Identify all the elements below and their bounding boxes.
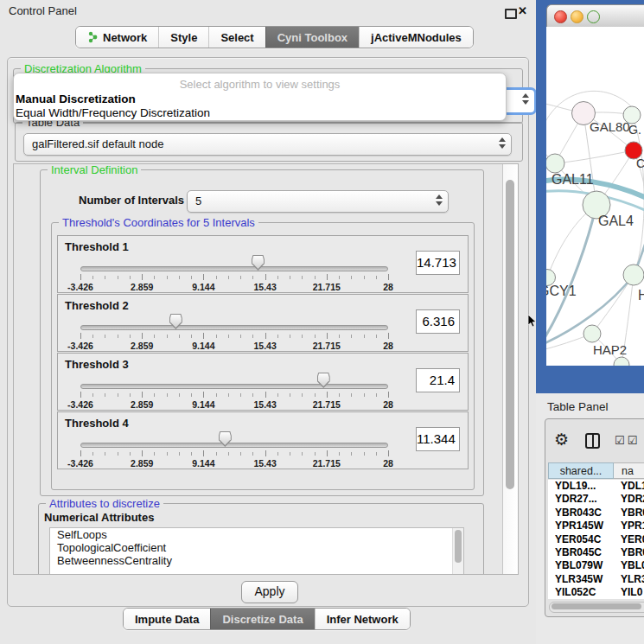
maximize-traffic-light-icon[interactable] bbox=[587, 10, 600, 23]
tab-label: Network bbox=[103, 31, 147, 44]
slider-track[interactable] bbox=[80, 266, 388, 271]
attributes-list[interactable]: SelfLoopsTopologicalCoefficientBetweenne… bbox=[49, 527, 464, 575]
tab-style[interactable]: Style bbox=[158, 27, 208, 48]
table-data-combo[interactable]: galFiltered.sif default node bbox=[23, 133, 512, 156]
tab-network[interactable]: Network bbox=[76, 27, 158, 48]
threshold-slider[interactable]: -3.4262.8599.14415.4321.71528 bbox=[80, 314, 388, 350]
algorithm-option-equal-width-frequency-discretization[interactable]: Equal Width/Frequency Discretization bbox=[16, 106, 210, 119]
cell-shared-name[interactable]: YDL19... bbox=[548, 480, 614, 493]
column-header-name[interactable]: na bbox=[614, 462, 644, 479]
settings-vertical-scrollbar[interactable] bbox=[502, 164, 518, 574]
threshold-value-field[interactable]: 11.344 bbox=[416, 427, 460, 451]
node-label-gal11: GAL11 bbox=[552, 172, 594, 187]
table-row[interactable]: YDR27...YDR2 bbox=[548, 493, 644, 506]
slider-tick-labels: -3.4262.8599.14415.4321.71528 bbox=[80, 458, 388, 469]
mouse-cursor bbox=[528, 315, 538, 328]
table-row[interactable]: YDL19...YDL1 bbox=[548, 480, 644, 493]
network-edge[interactable] bbox=[555, 150, 634, 163]
network-canvas[interactable]: GAL80G.CGAL11GAL4GCY1HHAP2 bbox=[546, 27, 644, 366]
attribute-item-betweennesscentrality[interactable]: BetweennessCentrality bbox=[50, 554, 463, 567]
scrollbar-thumb[interactable] bbox=[506, 180, 514, 489]
control-panel: Control Panel ✕ NetworkStyleSelectCyni T… bbox=[0, 0, 534, 644]
cell-shared-name[interactable]: YIL052C bbox=[548, 586, 614, 599]
num-intervals-combo[interactable]: 5 bbox=[187, 190, 449, 213]
scrollbar-thumb[interactable] bbox=[552, 603, 641, 609]
slider-track[interactable] bbox=[80, 325, 388, 330]
network-node[interactable] bbox=[623, 265, 644, 285]
attribute-item-selfloops[interactable]: SelfLoops bbox=[50, 528, 463, 541]
threshold-label: Threshold 2 bbox=[65, 299, 129, 312]
cell-name[interactable]: YBR0 bbox=[614, 507, 644, 520]
tab-label: jActiveMNodules bbox=[371, 31, 462, 44]
threshold-value-field[interactable]: 14.713 bbox=[416, 251, 460, 275]
cell-shared-name[interactable]: YBR043C bbox=[548, 507, 614, 520]
attributes-list-scrollbar[interactable] bbox=[452, 528, 463, 575]
table-row[interactable]: YBR045CYBR0 bbox=[548, 546, 644, 559]
threshold-slider[interactable]: -3.4262.8599.14415.4321.71528 bbox=[80, 255, 388, 291]
cell-shared-name[interactable]: YBL079W bbox=[548, 559, 614, 572]
apply-button[interactable]: Apply bbox=[241, 581, 298, 603]
threshold-value-field[interactable]: 6.316 bbox=[416, 309, 460, 334]
tab-impute-data[interactable]: Impute Data bbox=[124, 609, 210, 629]
table-row[interactable]: YER054CYER0 bbox=[548, 533, 644, 546]
checkbox-icons[interactable]: ☑☑ bbox=[615, 434, 640, 447]
cell-name[interactable]: YBL0 bbox=[614, 559, 644, 572]
cell-shared-name[interactable]: YDR27... bbox=[548, 493, 614, 506]
table-horizontal-scrollbar[interactable] bbox=[549, 602, 644, 613]
cell-shared-name[interactable]: YLR345W bbox=[548, 573, 614, 586]
interval-definition-group: Interval Definition Number of Intervals … bbox=[40, 169, 484, 496]
cell-name[interactable]: YPR1 bbox=[614, 520, 644, 532]
tab-label: Discretize Data bbox=[222, 613, 303, 626]
num-intervals-value: 5 bbox=[195, 194, 201, 207]
cell-name[interactable]: YDR2 bbox=[614, 493, 644, 506]
minimize-traffic-light-icon[interactable] bbox=[571, 10, 583, 23]
close-traffic-light-icon[interactable] bbox=[554, 10, 567, 23]
cell-name[interactable]: YLR3 bbox=[614, 573, 644, 586]
table-row[interactable]: YPR145WYPR1 bbox=[548, 520, 644, 532]
slider-tick-labels: -3.4262.8599.14415.4321.71528 bbox=[80, 341, 388, 351]
tab-discretize-data[interactable]: Discretize Data bbox=[210, 609, 314, 629]
attributes-group: Attributes to discretize Numerical Attri… bbox=[38, 503, 484, 575]
cell-shared-name[interactable]: YBR045C bbox=[548, 546, 614, 559]
tab-jactivemnodules[interactable]: jActiveMNodules bbox=[359, 27, 473, 48]
table-panel-title: Table Panel bbox=[547, 400, 609, 413]
network-node[interactable] bbox=[546, 154, 564, 173]
algorithm-option-manual-discretization[interactable]: Manual Discretization bbox=[16, 92, 136, 105]
table-row[interactable]: YBL079WYBL0 bbox=[548, 559, 644, 572]
node-label-h: H bbox=[638, 288, 644, 303]
threshold-label: Threshold 4 bbox=[65, 417, 129, 430]
tab-select[interactable]: Select bbox=[208, 27, 265, 48]
table-row[interactable]: YBR043CYBR0 bbox=[548, 507, 644, 520]
network-window-titlebar[interactable] bbox=[546, 4, 644, 29]
table-row[interactable]: YLR345WYLR3 bbox=[548, 573, 644, 586]
network-window-frame: GAL80G.CGAL11GAL4GCY1HHAP2 bbox=[536, 0, 644, 393]
threshold-slider[interactable]: -3.4262.8599.14415.4321.71528 bbox=[80, 431, 388, 468]
threshold-label: Threshold 3 bbox=[65, 358, 129, 371]
cell-shared-name[interactable]: YPR145W bbox=[548, 520, 614, 532]
threshold-value-field[interactable]: 21.4 bbox=[416, 368, 460, 392]
table-data-group: Table Data galFiltered.sif default node bbox=[15, 122, 523, 162]
slider-track[interactable] bbox=[80, 384, 388, 389]
slider-ticks bbox=[80, 333, 388, 340]
cell-name[interactable]: YIL0 bbox=[614, 586, 644, 599]
tab-infer-network[interactable]: Infer Network bbox=[315, 609, 410, 629]
column-split-icon[interactable] bbox=[585, 433, 600, 449]
cell-name[interactable]: YBR0 bbox=[614, 546, 644, 559]
threshold-panel-4: Threshold 4-3.4262.8599.14415.4321.71528… bbox=[57, 411, 469, 469]
table-row[interactable]: YIL052CYIL0 bbox=[548, 586, 644, 599]
gear-icon[interactable]: ⚙ bbox=[554, 431, 569, 448]
network-node[interactable] bbox=[583, 325, 601, 342]
float-window-icon[interactable] bbox=[505, 9, 517, 19]
attribute-item-topologicalcoefficient[interactable]: TopologicalCoefficient bbox=[50, 541, 463, 554]
node-label-hap2: HAP2 bbox=[593, 342, 627, 357]
tab-label: Infer Network bbox=[327, 613, 399, 626]
slider-ticks bbox=[80, 274, 388, 281]
threshold-slider[interactable]: -3.4262.8599.14415.4321.71528 bbox=[80, 373, 388, 409]
cell-shared-name[interactable]: YER054C bbox=[548, 533, 614, 546]
cell-name[interactable]: YER0 bbox=[614, 533, 644, 546]
column-header-shared-name[interactable]: shared... bbox=[548, 462, 614, 479]
tab-cyni-toolbox[interactable]: Cyni Toolbox bbox=[265, 27, 359, 48]
cell-name[interactable]: YDL1 bbox=[614, 480, 644, 493]
close-icon[interactable]: ✕ bbox=[518, 4, 527, 17]
slider-track[interactable] bbox=[80, 443, 388, 448]
